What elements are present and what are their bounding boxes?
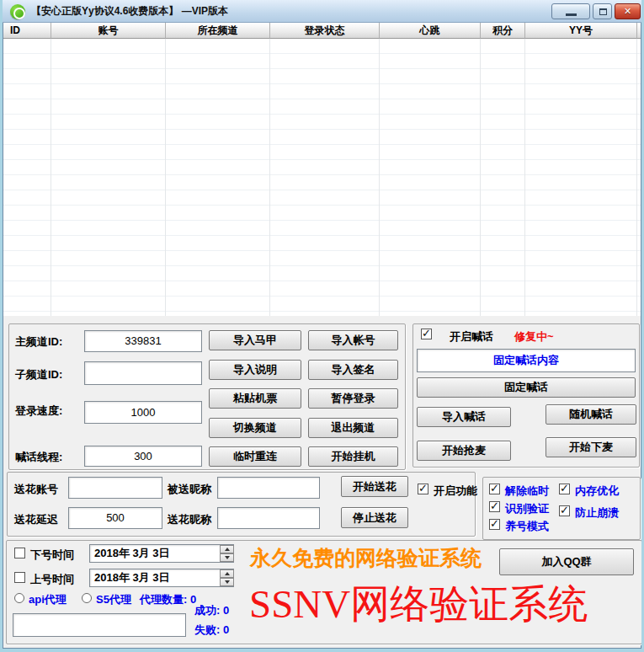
minimize-button[interactable]	[551, 3, 590, 19]
login-time-label: 上号时间	[30, 572, 74, 587]
close-button[interactable]: ✕	[615, 3, 641, 19]
captcha-recognize-label: 识别验证	[505, 501, 549, 516]
login-speed-label: 登录速度:	[15, 403, 62, 419]
spin-up-button[interactable]	[220, 545, 234, 553]
column-divider	[270, 39, 380, 316]
main-channel-input[interactable]: 339831	[84, 330, 202, 352]
column-header-channel[interactable]: 所在频道	[166, 23, 270, 39]
random-shout-button[interactable]: 随机喊话	[546, 404, 636, 425]
column-divider	[51, 39, 166, 316]
grab-mic-button[interactable]: 开始抢麦	[417, 441, 511, 461]
logout-time-checkbox[interactable]	[14, 548, 25, 558]
join-qq-group-button[interactable]: 加入QQ群	[499, 548, 634, 575]
app-icon	[10, 4, 25, 19]
title-bar: 【安心正版Yy协议4.6收费版本】 —VIP版本 ✕	[3, 0, 641, 23]
sub-channel-label: 子频道ID:	[15, 367, 62, 382]
spin-down-button[interactable]	[220, 553, 234, 562]
api-proxy-label: api代理	[29, 592, 67, 607]
stop-flower-button[interactable]: 停止送花	[341, 507, 408, 528]
fail-count-value: 0	[223, 623, 229, 636]
maximize-button[interactable]	[593, 3, 612, 19]
flower-nick-label: 送花昵称	[168, 512, 211, 527]
column-header-heartbeat[interactable]: 心跳	[380, 23, 481, 39]
fixed-shout-button[interactable]: 固定喊话	[417, 377, 636, 398]
window-title: 【安心正版Yy协议4.6收费版本】 —VIP版本	[31, 0, 228, 23]
start-afk-button[interactable]: 开始挂机	[308, 446, 398, 467]
crash-prevent-label: 防止崩溃	[575, 505, 619, 521]
start-flower-button[interactable]: 开始送花	[341, 476, 408, 497]
success-count-value: 0	[223, 604, 229, 617]
column-header-yy-number[interactable]: YY号	[525, 23, 637, 39]
logout-time-label: 下号时间	[30, 548, 74, 563]
column-divider	[166, 39, 270, 316]
enable-function-checkbox[interactable]	[418, 484, 428, 494]
enable-shout-checkbox[interactable]	[421, 329, 432, 339]
nurture-mode-checkbox[interactable]	[489, 519, 500, 530]
logout-time-input[interactable]: 2018年 3月 3日	[89, 544, 234, 563]
shout-thread-input[interactable]: 300	[84, 446, 202, 467]
exit-channel-button[interactable]: 退出频道	[308, 418, 398, 438]
account-table-header: ID 账号 所在频道 登录状态 心跳 积分 YY号	[3, 23, 641, 39]
promo-orange-text: 永久免费的网络验证系统	[250, 544, 482, 572]
app-window: 【安心正版Yy协议4.6收费版本】 —VIP版本 ✕ ID 账号 所在频道 登录…	[0, 0, 644, 652]
login-time-checkbox[interactable]	[14, 572, 25, 583]
paste-ticket-button[interactable]: 粘贴机票	[209, 388, 301, 409]
import-description-button[interactable]: 导入说明	[209, 360, 301, 380]
column-divider	[525, 39, 637, 316]
enable-function-label: 开启功能	[434, 484, 477, 499]
promo-red-text: SSNV网络验证系统	[249, 578, 588, 631]
enable-shout-label: 开启喊话	[450, 329, 493, 345]
login-time-spinner	[220, 569, 234, 586]
flower-account-input[interactable]	[68, 477, 162, 499]
remove-temp-checkbox[interactable]	[489, 484, 500, 494]
column-header-points[interactable]: 积分	[481, 23, 525, 39]
column-divider	[3, 39, 51, 316]
success-count-label: 成功: 0	[194, 603, 229, 618]
column-header-id[interactable]: ID	[3, 23, 51, 39]
remove-temp-label: 解除临时	[505, 484, 549, 499]
recipient-nick-label: 被送昵称	[168, 482, 211, 497]
close-icon: ✕	[615, 4, 640, 19]
flower-account-label: 送花账号	[14, 482, 58, 497]
import-account-button[interactable]: 导入帐号	[308, 330, 398, 350]
column-header-filler	[637, 23, 641, 39]
fail-count-label: 失败: 0	[194, 623, 229, 638]
column-divider	[380, 39, 481, 316]
shout-thread-label: 喊话线程:	[15, 450, 62, 465]
pause-login-button[interactable]: 暂停登录	[308, 388, 398, 409]
memory-optimize-checkbox[interactable]	[559, 484, 570, 494]
main-channel-label: 主频道ID:	[15, 334, 62, 350]
sub-channel-input[interactable]	[84, 361, 202, 385]
s5-proxy-label: S5代理	[96, 592, 131, 607]
column-header-account[interactable]: 账号	[51, 23, 166, 39]
import-vest-button[interactable]: 导入马甲	[209, 330, 301, 350]
api-proxy-radio[interactable]	[14, 593, 24, 603]
s5-proxy-radio[interactable]	[82, 593, 92, 603]
captcha-recognize-checkbox[interactable]	[489, 501, 500, 512]
flower-nick-input[interactable]	[217, 507, 320, 529]
column-divider	[481, 39, 525, 316]
crash-prevent-checkbox[interactable]	[559, 505, 570, 516]
flower-delay-input[interactable]: 500	[68, 507, 162, 529]
proxy-count-label: 代理数量: 0	[140, 592, 196, 607]
switch-channel-button[interactable]: 切换频道	[209, 418, 301, 438]
proxy-list-input[interactable]	[13, 613, 186, 637]
column-divider	[637, 39, 641, 316]
account-table-body[interactable]	[3, 39, 641, 316]
login-time-input[interactable]: 2018年 3月 3日	[89, 569, 234, 587]
logout-time-spinner	[220, 545, 234, 562]
shout-status-text: 修复中~	[514, 329, 554, 345]
spin-down-button[interactable]	[220, 578, 234, 586]
column-header-login-status[interactable]: 登录状态	[270, 23, 380, 39]
fixed-shout-content-input[interactable]: 固定喊话内容	[417, 349, 636, 372]
login-speed-input[interactable]: 1000	[84, 401, 202, 424]
import-signature-button[interactable]: 导入签名	[308, 360, 398, 380]
nurture-mode-label: 养号模式	[505, 519, 549, 534]
temp-reconnect-button[interactable]: 临时重连	[209, 446, 301, 467]
import-shout-button[interactable]: 导入喊话	[417, 407, 511, 427]
spin-up-button[interactable]	[220, 569, 234, 578]
maximize-icon	[599, 8, 607, 15]
drop-mic-button[interactable]: 开始下麦	[546, 437, 636, 457]
recipient-nick-input[interactable]	[217, 477, 320, 499]
memory-optimize-label: 内存优化	[575, 484, 619, 499]
